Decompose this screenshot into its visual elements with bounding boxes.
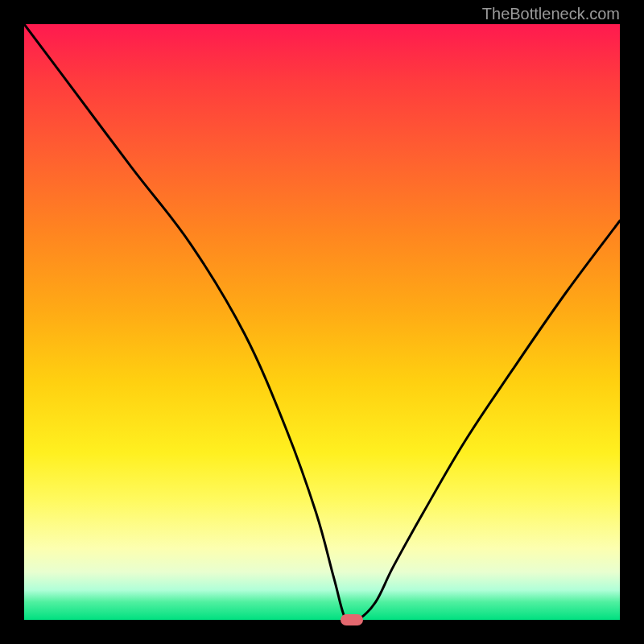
curve-svg [24,24,620,620]
attribution-label: TheBottleneck.com [482,5,620,23]
bottleneck-curve-path [24,24,620,620]
optimal-marker [341,614,363,625]
bottleneck-chart: TheBottleneck.com [0,0,644,644]
plot-area [24,24,620,620]
